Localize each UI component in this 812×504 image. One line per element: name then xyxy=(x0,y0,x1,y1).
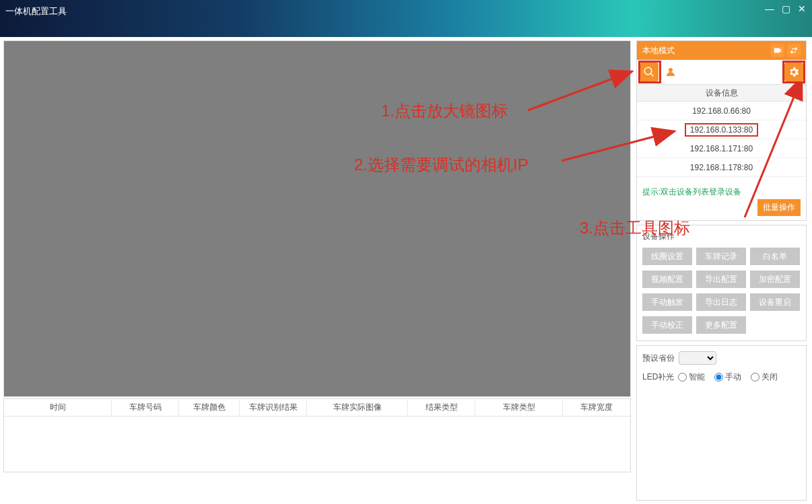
arrow-step3 xyxy=(691,75,812,219)
svg-line-0 xyxy=(528,71,632,110)
coil-settings-button[interactable]: 线圈设置 xyxy=(642,248,692,265)
col-plate-type: 车牌类型 xyxy=(475,399,563,416)
video-config-button[interactable]: 视频配置 xyxy=(642,271,692,288)
result-table-header: 时间 车牌号码 车牌颜色 车牌识别结果 车牌实际图像 结果类型 车牌类型 车牌宽… xyxy=(4,399,630,417)
video-preview: 1.点击放大镜图标 2.选择需要调试的相机IP 3.点击工具图标 xyxy=(3,40,631,397)
camera-icon[interactable] xyxy=(771,44,784,57)
province-label: 预设省份 xyxy=(642,353,675,364)
annotation-step1: 1.点击放大镜图标 xyxy=(381,100,508,122)
export-config-button[interactable]: 导出配置 xyxy=(696,271,746,288)
minimize-button[interactable]: ― xyxy=(765,4,774,13)
manual-trigger-button[interactable]: 手动触发 xyxy=(642,293,692,311)
toolbar xyxy=(637,60,806,84)
arrow-step1 xyxy=(528,65,639,112)
col-plate-color: 车牌颜色 xyxy=(179,399,240,416)
col-recognition: 车牌识别结果 xyxy=(240,399,307,416)
led-radio-auto[interactable]: 智能 xyxy=(678,371,705,383)
device-reboot-button[interactable]: 设备重启 xyxy=(750,293,800,311)
highlight-gear xyxy=(782,61,805,83)
province-select[interactable] xyxy=(679,351,716,365)
led-label: LED补光 xyxy=(642,371,674,383)
svg-line-2 xyxy=(745,77,802,217)
main-column: 1.点击放大镜图标 2.选择需要调试的相机IP 3.点击工具图标 时间 车牌号码 xyxy=(0,37,634,504)
device-operations: 设备操作 线圈设置 车牌记录 白名单 视频配置 导出配置 加密配置 手动触发 导… xyxy=(636,225,807,341)
side-header: 本地模式 xyxy=(637,41,806,60)
manual-correct-button[interactable]: 手动校正 xyxy=(642,316,692,334)
col-plate-width: 车牌宽度 xyxy=(563,399,630,416)
col-time: 时间 xyxy=(4,399,112,416)
encrypt-config-button[interactable]: 加密配置 xyxy=(750,271,800,288)
mode-title: 本地模式 xyxy=(642,45,675,57)
app-title: 一体机配置工具 xyxy=(5,4,67,17)
annotation-step3: 3.点击工具图标 xyxy=(580,217,690,239)
col-real-image: 车牌实际图像 xyxy=(307,399,408,416)
plate-record-button[interactable]: 车牌记录 xyxy=(696,248,746,265)
close-button[interactable]: ✕ xyxy=(797,4,807,13)
arrow-step2 xyxy=(562,122,679,162)
more-config-button[interactable]: 更多配置 xyxy=(696,316,746,334)
col-plate-number: 车牌号码 xyxy=(112,399,179,416)
export-log-button[interactable]: 导出日志 xyxy=(696,293,746,311)
whitelist-button[interactable]: 白名单 xyxy=(750,248,800,265)
title-bar: 一体机配置工具 ― ▢ ✕ xyxy=(0,0,812,37)
col-result-type: 结果类型 xyxy=(408,399,475,416)
window-controls: ― ▢ ✕ xyxy=(765,4,807,13)
svg-line-1 xyxy=(562,131,675,161)
user-ip-icon[interactable] xyxy=(661,63,680,81)
highlight-search xyxy=(638,61,661,83)
annotation-step2: 2.选择需要调试的相机IP xyxy=(354,154,529,176)
maximize-button[interactable]: ▢ xyxy=(781,4,790,13)
led-radio-manual[interactable]: 手动 xyxy=(714,371,741,383)
app-body: 1.点击放大镜图标 2.选择需要调试的相机IP 3.点击工具图标 时间 车牌号码 xyxy=(0,37,812,504)
led-radio-off[interactable]: 关闭 xyxy=(751,371,778,383)
preferences: 预设省份 LED补光 智能 手动 关闭 xyxy=(636,345,807,501)
sync-icon[interactable] xyxy=(787,44,801,57)
result-table: 时间 车牌号码 车牌颜色 车牌识别结果 车牌实际图像 结果类型 车牌类型 车牌宽… xyxy=(3,398,631,472)
